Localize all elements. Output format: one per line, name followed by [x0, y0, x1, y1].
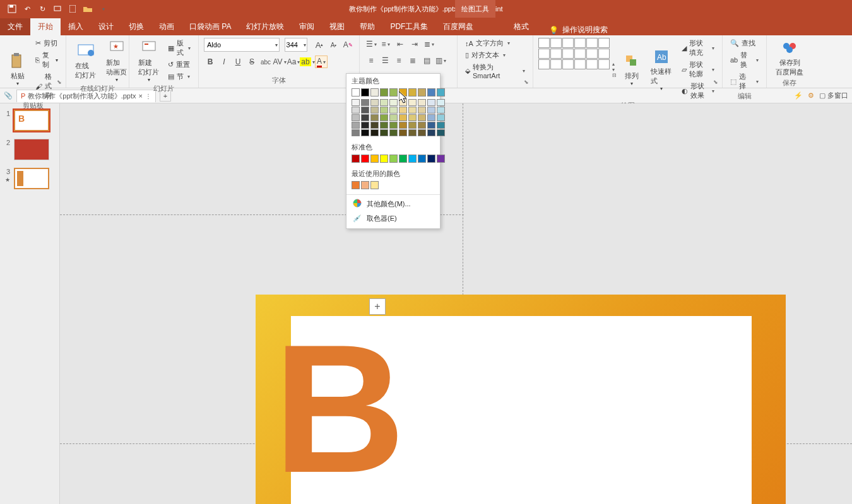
- color-swatch[interactable]: [437, 88, 445, 97]
- shape-fill-button[interactable]: ◢形状填充: [679, 38, 717, 58]
- color-swatch[interactable]: [389, 114, 398, 121]
- tell-me-search[interactable]: 💡 操作说明搜索: [549, 25, 608, 35]
- tab-pdftool[interactable]: PDF工具集: [382, 18, 435, 35]
- section-button[interactable]: ▤节: [165, 71, 193, 82]
- color-swatch[interactable]: [361, 122, 369, 129]
- color-swatch[interactable]: [427, 107, 435, 114]
- color-swatch[interactable]: [380, 129, 388, 136]
- color-swatch[interactable]: [418, 99, 426, 106]
- color-swatch[interactable]: [370, 129, 379, 136]
- copy-button[interactable]: ⎘复制▾: [33, 50, 61, 70]
- color-swatch[interactable]: [399, 88, 407, 97]
- color-swatch[interactable]: [437, 114, 445, 121]
- tab-home[interactable]: 开始: [30, 18, 61, 35]
- color-swatch[interactable]: [352, 107, 360, 114]
- columns-button[interactable]: ▥: [434, 54, 447, 67]
- redo-icon[interactable]: ↻: [37, 3, 48, 15]
- undo-icon[interactable]: ↶: [21, 3, 33, 15]
- select-button[interactable]: ⬚选择: [728, 71, 761, 91]
- color-swatch[interactable]: [370, 155, 379, 163]
- clipboard-launcher[interactable]: ⬊: [57, 79, 64, 86]
- bullets-button[interactable]: ☰: [365, 38, 377, 50]
- align-center-button[interactable]: ☰: [379, 54, 391, 67]
- qat-customize-icon[interactable]: [97, 3, 109, 15]
- underline-button[interactable]: U: [232, 56, 244, 68]
- color-swatch[interactable]: [361, 99, 369, 106]
- color-swatch[interactable]: [418, 129, 426, 136]
- color-swatch[interactable]: [427, 99, 435, 106]
- cut-button[interactable]: ✂剪切: [33, 38, 61, 49]
- lightning-icon[interactable]: ⚡: [794, 91, 803, 100]
- numbering-button[interactable]: ≡: [379, 38, 392, 50]
- color-swatch[interactable]: [361, 129, 369, 136]
- tab-transition[interactable]: 切换: [121, 18, 151, 35]
- italic-button[interactable]: I: [218, 56, 230, 68]
- color-swatch[interactable]: [427, 122, 435, 129]
- color-swatch[interactable]: [389, 122, 398, 129]
- slide-canvas[interactable]: B +: [60, 103, 852, 504]
- paste-button[interactable]: 粘贴▾: [5, 38, 30, 101]
- color-swatch[interactable]: [399, 107, 407, 114]
- color-swatch[interactable]: [380, 114, 388, 121]
- strikethrough-button[interactable]: S: [246, 56, 258, 68]
- color-swatch[interactable]: [370, 122, 379, 129]
- line-spacing-button[interactable]: ≣: [423, 38, 435, 50]
- font-name-input[interactable]: [204, 38, 280, 52]
- color-swatch[interactable]: [352, 129, 360, 136]
- color-swatch[interactable]: [437, 122, 445, 129]
- color-swatch[interactable]: [418, 155, 426, 163]
- color-swatch[interactable]: [427, 88, 435, 97]
- arrange-button[interactable]: 排列▾: [619, 38, 644, 101]
- bold-button[interactable]: B: [204, 56, 216, 68]
- color-swatch[interactable]: [399, 122, 407, 129]
- new-animation-page-button[interactable]: ★ 新加 动画页▾: [102, 38, 131, 84]
- color-swatch[interactable]: [408, 114, 417, 121]
- color-swatch[interactable]: [437, 99, 445, 106]
- color-swatch[interactable]: [352, 99, 360, 106]
- color-swatch[interactable]: [408, 99, 417, 106]
- color-swatch[interactable]: [380, 155, 388, 163]
- color-swatch[interactable]: [437, 155, 445, 163]
- distribute-button[interactable]: ▤: [420, 54, 433, 67]
- tab-view[interactable]: 视图: [322, 18, 352, 35]
- quick-styles-button[interactable]: Ab 快速样式▾: [647, 38, 677, 101]
- font-size-dropdown-icon[interactable]: ▾: [299, 38, 312, 51]
- thumbnail-1[interactable]: 1 B: [4, 110, 56, 131]
- color-swatch[interactable]: [418, 107, 426, 114]
- color-swatch[interactable]: [352, 181, 360, 189]
- shapes-more[interactable]: ⊟: [612, 73, 617, 78]
- tab-file[interactable]: 文件: [0, 18, 30, 35]
- color-swatch[interactable]: [361, 181, 369, 189]
- color-swatch[interactable]: [389, 129, 398, 136]
- start-slideshow-icon[interactable]: [52, 3, 63, 15]
- color-swatch[interactable]: [408, 107, 417, 114]
- layout-button[interactable]: ▦版式: [165, 38, 193, 58]
- tab-review[interactable]: 审阅: [292, 18, 322, 35]
- color-swatch[interactable]: [370, 181, 379, 189]
- tab-format[interactable]: 格式: [506, 18, 536, 35]
- text-letter[interactable]: B: [273, 340, 405, 478]
- online-slides-button[interactable]: 在线 幻灯片: [71, 38, 100, 84]
- tab-animation[interactable]: 动画: [151, 18, 182, 35]
- color-swatch[interactable]: [361, 114, 369, 121]
- color-swatch[interactable]: [399, 155, 407, 163]
- more-colors-button[interactable]: 其他颜色(M)...: [346, 196, 440, 211]
- decrease-indent-button[interactable]: ⇤: [394, 38, 406, 50]
- save-icon[interactable]: [6, 3, 18, 15]
- color-swatch[interactable]: [427, 155, 435, 163]
- change-case-button[interactable]: Aa: [287, 56, 300, 68]
- replace-button[interactable]: ab替换: [728, 50, 761, 70]
- color-swatch[interactable]: [418, 88, 426, 97]
- tab-help[interactable]: 帮助: [352, 18, 382, 35]
- char-spacing-button[interactable]: AV: [273, 56, 286, 68]
- color-swatch[interactable]: [408, 88, 417, 97]
- color-swatch[interactable]: [389, 99, 398, 106]
- align-text-button[interactable]: ▯对齐文本: [463, 50, 528, 61]
- align-right-button[interactable]: ≡: [393, 54, 405, 67]
- reset-button[interactable]: ↺重置: [165, 59, 193, 70]
- color-swatch[interactable]: [399, 129, 407, 136]
- color-swatch[interactable]: [370, 99, 379, 106]
- tab-design[interactable]: 设计: [91, 18, 121, 35]
- open-file-icon[interactable]: [82, 3, 93, 15]
- color-swatch[interactable]: [361, 155, 369, 163]
